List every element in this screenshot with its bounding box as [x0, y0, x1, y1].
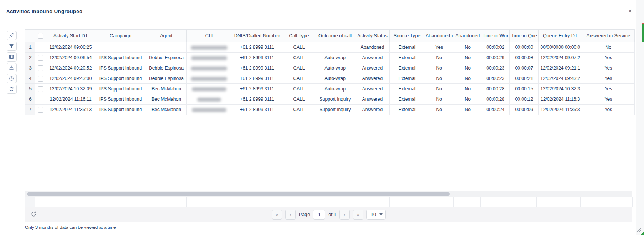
- summary-cell: [355, 197, 390, 207]
- download-button[interactable]: [7, 63, 17, 72]
- column-header[interactable]: DNIS/Dialled Number: [231, 30, 283, 42]
- row-checkbox[interactable]: [38, 97, 43, 102]
- cell-time_in_queue: 00:00:21: [510, 73, 539, 84]
- refresh-icon: [9, 87, 14, 92]
- column-header[interactable]: Queue Entry DT: [538, 30, 582, 42]
- close-icon[interactable]: ×: [626, 7, 634, 15]
- pagination-bar: « ‹ Page of 1 › » 10: [25, 207, 632, 222]
- column-header[interactable]: Source Type: [390, 30, 424, 42]
- cell-abandoned_in: Yes: [424, 42, 454, 53]
- column-header[interactable]: Activity Status: [355, 30, 390, 42]
- summary-cell: [454, 197, 481, 207]
- cell-dnis: +61 2 8999 3111: [231, 53, 283, 63]
- summary-cell: [146, 197, 187, 207]
- summary-cell: [315, 197, 355, 207]
- cell-outcome: [315, 42, 355, 53]
- cell-source_type: External: [390, 42, 424, 53]
- column-header[interactable]: Call Type: [283, 30, 315, 42]
- cell-abandoned: No: [454, 42, 481, 53]
- column-header: [25, 30, 35, 42]
- row-checkbox[interactable]: [38, 76, 43, 82]
- row-number: 3: [25, 63, 35, 73]
- select-all-checkbox[interactable]: [38, 33, 43, 39]
- row-select-cell: [35, 94, 46, 105]
- select-all-header: [35, 30, 46, 42]
- cell-call_type: CALL: [283, 53, 315, 63]
- page-count-label: of 1: [328, 212, 336, 217]
- page-size-value: 10: [371, 212, 376, 217]
- cell-time_in_queue: 00:00:15: [510, 84, 539, 94]
- next-page-button[interactable]: ›: [339, 210, 350, 220]
- column-header[interactable]: Campaign: [95, 30, 146, 42]
- cell-abandoned_in: No: [424, 84, 454, 94]
- page-title: Activities Inbound Ungrouped: [6, 8, 82, 14]
- page-label: Page: [299, 212, 310, 217]
- activities-table: Activity Start DTCampaignAgentCLIDNIS/Di…: [25, 29, 635, 115]
- cell-agent: [146, 42, 187, 53]
- column-header[interactable]: Outcome of call: [315, 30, 355, 42]
- cell-source_type: External: [390, 94, 424, 105]
- row-checkbox[interactable]: [38, 86, 43, 92]
- cell-campaign: IPS Support Inbound: [95, 73, 146, 84]
- refresh-button[interactable]: [7, 85, 17, 94]
- table-row: 512/02/2024 10:32:09IPS Support InboundB…: [25, 84, 635, 94]
- cell-abandoned: No: [454, 53, 481, 63]
- cell-abandoned_in: No: [424, 105, 454, 115]
- column-header[interactable]: Time in Wor: [481, 30, 510, 42]
- cell-activity_start_dt: 12/02/2024 09:43:00: [46, 73, 95, 84]
- columns-button[interactable]: [7, 52, 17, 62]
- cell-abandoned: No: [454, 63, 481, 73]
- cell-queue_entry_dt: 12/02/2024 09:43:2: [538, 73, 582, 84]
- cell-abandoned: No: [454, 84, 481, 94]
- row-number: 2: [25, 53, 35, 63]
- column-header[interactable]: CLI: [187, 30, 231, 42]
- horizontal-scrollbar-thumb[interactable]: [27, 192, 450, 196]
- history-button[interactable]: [7, 74, 17, 83]
- column-header[interactable]: Time in Que: [510, 30, 539, 42]
- table-row: 412/02/2024 09:43:00IPS Support InboundD…: [25, 73, 635, 84]
- cell-cli: [187, 84, 231, 94]
- cell-cli: [187, 53, 231, 63]
- cell-queue_entry_dt: 12/02/2024 11:36:3: [538, 105, 582, 115]
- page-number-input[interactable]: [313, 210, 325, 220]
- scroll-marker-green: [642, 24, 644, 42]
- download-icon: [9, 65, 14, 70]
- cell-abandoned: No: [454, 105, 481, 115]
- cell-abandoned_in: No: [424, 94, 454, 105]
- column-header[interactable]: Answered in Service: [582, 30, 634, 42]
- cell-answered_in_service: Yes: [582, 105, 634, 115]
- row-checkbox[interactable]: [38, 107, 43, 113]
- cell-agent: Bec McMahon: [146, 94, 187, 105]
- row-select-cell: [35, 73, 46, 84]
- row-select-cell: [35, 53, 46, 63]
- cell-activity_status: Abandoned: [355, 42, 390, 53]
- caret-down-icon: [379, 213, 383, 215]
- cell-dnis: +61 2 8999 3111: [231, 42, 283, 53]
- table-row: 212/02/2024 09:06:54IPS Support InboundD…: [25, 53, 635, 63]
- column-header[interactable]: Activity Start DT: [46, 30, 95, 42]
- page-size-select[interactable]: 10: [366, 210, 386, 220]
- edit-button[interactable]: [7, 31, 17, 40]
- summary-row: [25, 197, 633, 207]
- cell-activity_status: Answered: [355, 84, 390, 94]
- column-header[interactable]: Abandoned: [454, 30, 481, 42]
- first-page-button[interactable]: «: [272, 210, 282, 220]
- cell-activity_start_dt: 12/02/2024 10:32:09: [46, 84, 95, 94]
- row-checkbox[interactable]: [38, 55, 43, 61]
- cell-dnis: +61 2 8999 3111: [231, 105, 283, 115]
- last-page-button[interactable]: »: [353, 210, 363, 220]
- row-select-cell: [35, 84, 46, 94]
- cell-call_type: CALL: [283, 105, 315, 115]
- filter-button[interactable]: [7, 42, 17, 51]
- cell-time_in_work: 00:00:28: [481, 94, 510, 105]
- cell-queue_entry_dt: 00/00/0000 00:00:0: [538, 42, 582, 53]
- row-number: 7: [25, 105, 35, 115]
- columns-icon: [9, 54, 14, 60]
- cell-source_type: External: [390, 105, 424, 115]
- column-header[interactable]: Agent: [146, 30, 187, 42]
- column-header[interactable]: Abandoned i: [424, 30, 454, 42]
- row-checkbox[interactable]: [38, 45, 43, 50]
- cell-call_type: CALL: [283, 73, 315, 84]
- row-checkbox[interactable]: [38, 65, 43, 71]
- prev-page-button[interactable]: ‹: [285, 210, 296, 220]
